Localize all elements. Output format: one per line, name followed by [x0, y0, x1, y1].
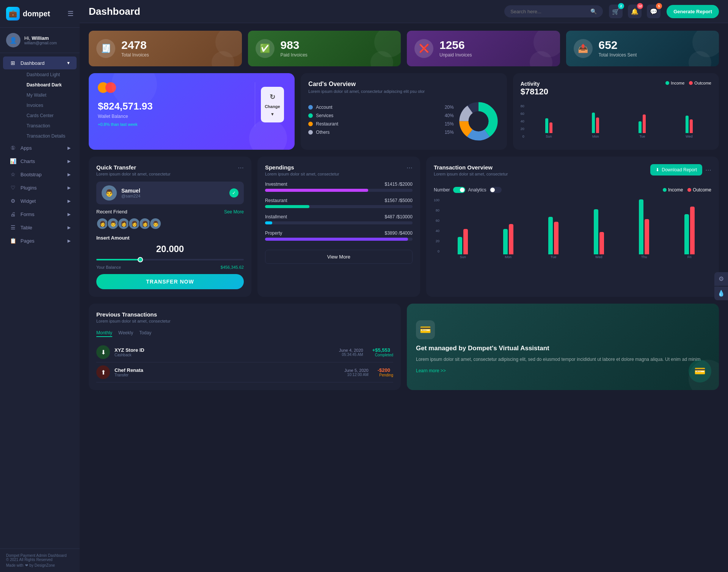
bar-label-mon: Mon: [592, 135, 599, 138]
see-all-button[interactable]: See More: [224, 209, 244, 215]
generate-report-button[interactable]: Generate Report: [667, 5, 719, 18]
tx-date-area-1: June 5, 2020 10:12:00 AM: [344, 368, 369, 377]
chevron-right-icon: ▶: [67, 159, 71, 164]
more-options-icon[interactable]: ⋯: [238, 164, 244, 171]
unpaid-invoices-number: 1256: [439, 39, 472, 51]
transfer-now-button[interactable]: TRANSFER NOW: [96, 274, 244, 289]
big-bars-wed: [594, 199, 604, 254]
friends-header: Recent Friend See More: [96, 209, 244, 215]
sidebar-sub-item-tx-details[interactable]: Transaction Details: [20, 131, 77, 141]
friend-avatar-6: 👨: [149, 218, 162, 230]
search-icon: 🔍: [590, 8, 597, 14]
tx-amount-area-0: +$5,553 Completed: [372, 347, 393, 357]
chevron-right-icon: ▶: [67, 185, 71, 190]
income-bar-sun: [545, 118, 548, 133]
wallet-change-button[interactable]: ↻ Change ▼: [261, 87, 284, 122]
spending-header-property: Property $3890 /$4000: [265, 230, 413, 236]
big-bar-tue: Tue: [532, 199, 576, 259]
cart-button[interactable]: 🛒 2: [609, 5, 623, 18]
sidebar-item-widget[interactable]: ⚙ Widget ▶: [3, 194, 77, 207]
income-bigbar-fri: [684, 214, 689, 254]
big-bar-mon: Mon: [486, 199, 530, 259]
sidebar-item-apps[interactable]: ① Apps ▶: [3, 141, 77, 154]
main-area: Dashboard 🔍 🛒 2 🔔 12 💬 5 Generate Report: [80, 0, 728, 572]
sidebar-item-charts[interactable]: 📊 Charts ▶: [3, 155, 77, 168]
virtual-assistant-card: 💳 Get managed by Dompet's Virtual Assist…: [407, 304, 719, 390]
wallet-label: Wallet Balance: [98, 114, 251, 119]
download-report-button[interactable]: ⬇ Download Report: [650, 164, 702, 176]
sidebar-item-plugins[interactable]: ♡ Plugins ▶: [3, 181, 77, 194]
search-bar: 🔍: [504, 5, 603, 17]
person-name: Samuel: [121, 188, 140, 194]
sidebar-item-pages[interactable]: 📋 Pages ▶: [3, 234, 77, 247]
tab-weekly[interactable]: Weekly: [118, 330, 133, 337]
card-overview-desc: Lorem ipsum dolor sit amet, consectetur …: [308, 89, 425, 94]
tx-overview-title-area: Transaction Overview Lorem ipsum dolor s…: [434, 164, 508, 182]
stat-info-paid: 983 Paid Invoices: [281, 39, 308, 58]
topbar-icons: 🛒 2 🔔 12 💬 5: [609, 5, 661, 18]
outcome-bar-tue: [643, 114, 646, 133]
activity-legend: Income Outcome: [665, 81, 711, 85]
tx-chart-area: 100806040200 Sun: [434, 198, 711, 259]
quick-transfer-title: Quick Transfer: [96, 164, 171, 171]
sidebar-item-bootstrap[interactable]: ☆ Bootstrap ▶: [3, 168, 77, 181]
spending-item-investment: Investment $1415 /$2000: [265, 182, 413, 192]
stat-card-total-invoices: 🧾 2478 Total Invoices: [89, 31, 242, 66]
toggle-analytics-label: Analytics: [468, 187, 486, 193]
hamburger-icon[interactable]: ☰: [67, 9, 74, 18]
refresh-icon: ↻: [270, 93, 275, 101]
sidebar-item-forms[interactable]: 🖨 Forms ▶: [3, 208, 77, 221]
va-desc: Lorem ipsum dolor sit amet, consectetur …: [416, 356, 710, 363]
va-learn-more-link[interactable]: Learn more >>: [416, 368, 710, 373]
side-theme-button[interactable]: 💧: [714, 287, 728, 300]
range-slider[interactable]: [96, 259, 244, 260]
sidebar-sub-item-transaction[interactable]: Transaction: [20, 121, 77, 131]
search-input[interactable]: [510, 9, 587, 14]
balance-row: Your Balance $456,345.62: [96, 265, 244, 270]
chevron-down-icon: ▼: [66, 61, 71, 65]
transaction-overview-card: Transaction Overview Lorem ipsum dolor s…: [426, 157, 719, 297]
sidebar-item-label: Apps: [20, 145, 32, 151]
sidebar-item-label: Plugins: [20, 185, 37, 191]
total-invoices-icon: 🧾: [96, 39, 115, 58]
sidebar-sub-item-dark[interactable]: Dashboard Dark: [20, 80, 77, 90]
legend-dot-services: [308, 113, 313, 118]
tx-more-icon[interactable]: ⋯: [705, 166, 711, 174]
bars-mon: [592, 105, 599, 133]
side-settings-button[interactable]: ⚙: [714, 272, 728, 286]
user-area: 👤 Hi, William william@gmail.com: [0, 28, 80, 53]
logo-text: dompet: [23, 9, 50, 18]
view-more-button[interactable]: View More: [265, 250, 413, 264]
tab-today[interactable]: Today: [139, 330, 151, 337]
side-buttons: ⚙ 💧: [714, 272, 728, 300]
range-slider-area: [96, 257, 244, 262]
spending-bar-investment: [265, 189, 413, 192]
person-handle: @sam224: [121, 194, 140, 198]
outcome-bigbar-thu: [645, 219, 649, 254]
tx-toggle-row: Number Analytics Income Outcome: [434, 187, 711, 193]
analytics-toggle[interactable]: [490, 187, 502, 193]
bootstrap-icon: ☆: [9, 171, 17, 177]
user-name: William: [32, 35, 49, 41]
sidebar-sub-item-wallet[interactable]: My Wallet: [20, 90, 77, 100]
big-bars-tue: [548, 199, 559, 254]
sidebar-item-table[interactable]: ☰ Table ▶: [3, 221, 77, 234]
sidebar-item-dashboard[interactable]: ⊞ Dashboard ▼: [3, 56, 77, 69]
big-bar-label-sun: Sun: [460, 255, 466, 259]
legend-side: Account 20% Services 40% Restaurant 15%: [308, 105, 453, 138]
sidebar-sub-item-light[interactable]: Dashboard Light: [20, 70, 77, 80]
notifications-button[interactable]: 🔔 12: [628, 5, 642, 18]
tab-monthly[interactable]: Monthly: [96, 330, 112, 337]
sidebar-sub-item-invoices[interactable]: Invoices: [20, 100, 77, 110]
insert-label: Insert Amount: [96, 235, 244, 241]
tx-icon-0: ⬇: [96, 345, 110, 359]
sidebar-sub-item-cards[interactable]: Cards Center: [20, 111, 77, 121]
spendings-more-icon[interactable]: ⋯: [406, 164, 413, 171]
bar-label-tue: Tue: [639, 135, 645, 138]
card-overview-content: Account 20% Services 40% Restaurant 15%: [308, 100, 499, 142]
big-bar-label-fri: Fri: [687, 255, 692, 259]
pt-header: Previous Transactions Lorem ipsum dolor …: [96, 311, 393, 329]
prev-row: Previous Transactions Lorem ipsum dolor …: [89, 304, 719, 390]
number-toggle[interactable]: [453, 187, 465, 193]
messages-button[interactable]: 💬 5: [647, 5, 661, 18]
